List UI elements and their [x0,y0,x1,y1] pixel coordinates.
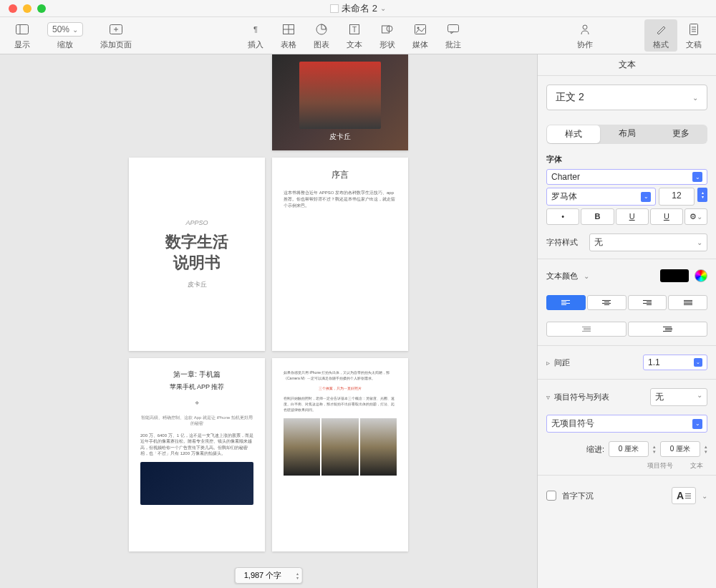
font-section-title: 字体 [546,154,707,165]
tab-style[interactable]: 样式 [547,125,600,143]
inspector-tabs: 样式 布局 更多 [546,125,707,144]
thumbnail-row [284,418,397,476]
chevron-down-icon: ⌄ [697,238,702,246]
preface-body: 这本书将整合近年 APPSO 发布的各种数字生活技巧、app 推荐。你也帮帮好背… [284,190,397,209]
format-button[interactable]: 格式 [644,19,677,52]
svg-point-16 [583,25,587,29]
chapter-subtitle: 苹果手机 APP 推荐 [140,382,253,392]
underline-button[interactable]: U [616,208,649,225]
thumbnail [321,418,358,476]
body-text-1: 智能高级、精确控制、这款 App 就是让 iPhone 拍机更好用的秘密 [140,415,253,427]
font-family-select[interactable]: Charter ⌄ [546,169,707,185]
shape-button[interactable]: 形状 [371,19,404,52]
page-4[interactable]: 第一章: 手机篇 苹果手机 APP 推荐 ❖ 智能高级、精确控制、这款 App … [129,358,265,551]
person-icon [579,21,591,38]
svg-point-14 [417,27,420,29]
paragraph-style-select[interactable]: 正文 2 ⌄ [546,85,707,110]
phone-image [140,462,253,505]
size-stepper[interactable]: ▴▾ [697,188,707,202]
document-canvas[interactable]: 皮卡丘 APPSO 数字生活 说明书 皮卡丘 序言 这本书将整合近年 APPSO… [0,54,537,588]
pie-chart-icon [316,21,327,38]
document-button[interactable]: 文稿 [677,19,710,52]
comment-button[interactable]: 批注 [437,19,470,52]
inspector-header: 文本 [538,54,716,76]
chevron-down-icon[interactable]: ⌄ [702,492,707,500]
dropdown-arrow-icon: ⌄ [692,172,702,182]
font-size-input[interactable]: 12 [659,188,695,206]
align-left-button[interactable] [546,295,586,310]
dropcap-checkbox[interactable] [546,491,556,501]
cover-image [299,62,381,129]
indent-text-input[interactable]: 0 厘米 [660,441,700,457]
text-button[interactable]: T 文本 [338,19,371,52]
bullets-select[interactable]: 无 ⌄ [650,388,707,406]
dropdown-arrow-icon: ⌄ [641,192,651,202]
chapter-title: 第一章: 手机篇 [140,370,253,380]
svg-text:T: T [352,26,357,34]
text-icon: T [349,21,359,38]
window-title[interactable]: 未命名 2 ⌄ [330,2,386,15]
page-5[interactable]: 如果你感觉只用 iPhone 打拍头出体，又认为自带的拍头太简陋，那《Camer… [272,358,408,551]
font-options-button[interactable]: ⚙⌄ [684,208,707,225]
align-center-button[interactable] [587,295,626,310]
svg-rect-11 [382,26,390,33]
body-text-3: 如果你感觉只用 iPhone 打拍头出体，又认为自带的拍头太简陋，那《Camer… [284,370,397,381]
chevron-down-icon: ⌄ [692,94,698,102]
align-right-button[interactable] [628,295,667,310]
text-color-button[interactable]: • [546,208,579,225]
chart-button[interactable]: 图表 [305,19,338,52]
indent-decrease-button[interactable] [546,322,626,337]
word-count[interactable]: 1,987 个字 ▴▾ [235,567,303,584]
color-swatch[interactable] [660,269,689,282]
image-icon [415,21,426,38]
cover-caption: 皮卡丘 [329,132,351,142]
add-page-button[interactable]: 添加页面 [92,19,140,52]
view-button[interactable]: 显示 [6,19,39,52]
plus-icon [110,21,122,38]
chevron-down-icon[interactable]: ⌄ [584,272,589,280]
disclosure-arrow-icon[interactable]: ▿ [546,393,550,401]
window-title-text: 未命名 2 [342,2,377,15]
tab-more[interactable]: 更多 [654,125,707,144]
indent-text-sublabel: 文本 [690,461,703,471]
bullets-type-select[interactable]: 无项目符号 ⌄ [546,415,707,433]
svg-rect-15 [448,25,459,32]
bold-button[interactable]: B [581,208,614,225]
align-justify-button[interactable] [668,295,707,310]
appso-label: APPSO [185,219,208,226]
body-text-2: 200 万、6400 万、1 亿，这不是一支飞速上涨的股票，而是近年手机的像素赛… [140,433,253,457]
table-button[interactable]: 表格 [272,19,305,52]
font-style-select[interactable]: 罗马体 ⌄ [546,188,656,206]
media-button[interactable]: 媒体 [404,19,437,52]
traffic-lights [9,4,46,13]
indent-increase-button[interactable] [628,322,708,337]
book-title: 数字生活 说明书 [165,232,228,273]
zoom-control[interactable]: 50%⌄ 缩放 [39,19,92,52]
chevron-down-icon: ⌄ [697,391,702,403]
dropdown-arrow-icon: ⌄ [692,419,702,429]
close-button[interactable] [9,4,17,13]
spacing-input[interactable]: 1.1 ⌄ [643,355,707,370]
thumbnail [360,418,397,476]
underline-button-2[interactable]: U [650,208,683,225]
maximize-button[interactable] [37,4,46,13]
chevron-down-icon: ⌄ [380,4,386,12]
collab-button[interactable]: 协作 [569,19,601,52]
body-text-4: 在刚开始触拍照时，老师一定会告诉基本三个概念：灵敏度、光圈、速度。白平衡、对焦这… [284,395,397,413]
dropcap-preview[interactable]: A [672,487,696,504]
char-style-select[interactable]: 无 ⌄ [589,233,707,251]
disclosure-arrow-icon[interactable]: ▹ [546,359,550,367]
thumbnail [284,418,320,476]
spacing-label: 间距 [554,357,570,368]
color-picker-button[interactable] [695,269,707,282]
tab-layout[interactable]: 布局 [601,125,654,144]
minimize-button[interactable] [23,4,32,13]
page-2[interactable]: APPSO 数字生活 说明书 皮卡丘 [129,158,265,351]
indent-bullet-input[interactable]: 0 厘米 [609,441,649,457]
insert-button[interactable]: ¶ 插入 [239,19,272,52]
page-1[interactable]: 皮卡丘 [272,54,408,150]
page-3[interactable]: 序言 这本书将整合近年 APPSO 发布的各种数字生活技巧、app 推荐。你也帮… [272,158,408,351]
svg-rect-0 [16,25,29,34]
document-icon [690,21,698,38]
gear-icon: ⚙ [690,212,697,221]
